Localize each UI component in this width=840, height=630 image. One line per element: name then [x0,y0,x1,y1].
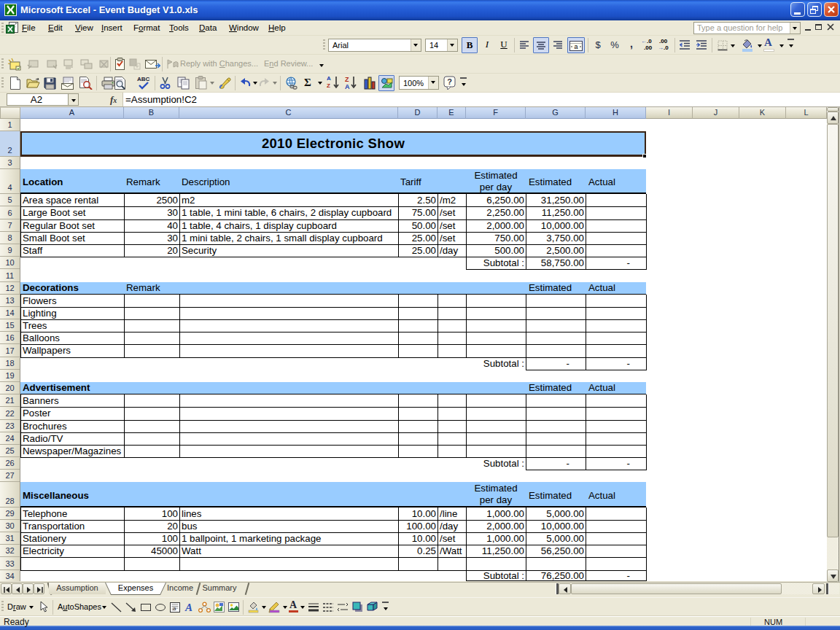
svg-text:A: A [345,83,350,90]
svg-text:?: ? [447,77,452,86]
svg-text:A: A [184,602,192,613]
svg-text:a: a [574,43,578,50]
svg-text:Z: Z [345,76,349,83]
svg-text:a: a [173,605,176,612]
